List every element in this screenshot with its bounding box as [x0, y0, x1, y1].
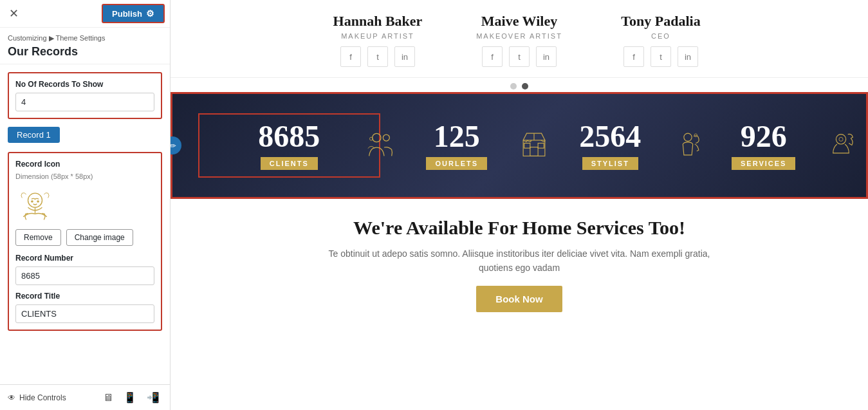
record-details-section: Record Icon Dimension (58px * 58px): [8, 152, 162, 331]
twitter-btn-3[interactable]: t: [651, 46, 671, 67]
bottom-bar: 👁 Hide Controls 🖥 📱 📲: [0, 384, 170, 410]
record-number-label: Record Number: [15, 254, 154, 263]
top-bar: ✕ Publish ⚙: [0, 0, 170, 28]
breadcrumb-path: Customizing: [8, 34, 47, 42]
stat-number-clients: 8685: [258, 121, 320, 152]
svg-point-0: [28, 193, 42, 207]
social-icons-1: f t in: [340, 46, 415, 67]
team-role-2: MAKEOVER ARTIST: [476, 32, 562, 40]
record-icon-svg: [17, 187, 53, 223]
icon-buttons: Remove Change image: [15, 229, 154, 246]
svg-point-2: [37, 200, 39, 203]
team-member-2: Maive Wiley MAKEOVER ARTIST f t in: [468, 13, 571, 67]
hide-controls-button[interactable]: 👁 Hide Controls: [8, 393, 66, 402]
svg-point-1: [31, 200, 33, 203]
team-section: Hannah Baker MAKEUP ARTIST f t in Maive …: [171, 0, 868, 78]
mobile-view-button[interactable]: 📲: [144, 390, 162, 405]
team-name-1: Hannah Baker: [333, 13, 423, 30]
record-icon-preview: [15, 185, 54, 224]
page-title: Our Records: [8, 45, 162, 59]
panel-scroll: No Of Records To Show Record 1 Record Ic…: [0, 64, 170, 384]
breadcrumb: Customizing ▶ Theme Settings: [8, 34, 162, 42]
stat-services: 926 SERVICES: [687, 121, 841, 170]
stat-label-ourlets: OURLETS: [426, 157, 487, 170]
team-name-3: Tony Padalia: [621, 13, 700, 30]
twitter-btn-1[interactable]: t: [367, 46, 388, 67]
facebook-btn-3[interactable]: f: [623, 46, 644, 67]
services-icon: [826, 129, 856, 162]
stat-label-stylist: STYLIST: [582, 157, 638, 170]
linkedin-btn-3[interactable]: in: [678, 46, 698, 67]
records-count-section: No Of Records To Show: [8, 72, 162, 119]
team-name-2: Maive Wiley: [481, 13, 557, 30]
left-panel: ✕ Publish ⚙ Customizing ▶ Theme Settings…: [0, 0, 171, 410]
team-role-3: CEO: [651, 32, 670, 40]
publish-button[interactable]: Publish ⚙: [102, 4, 165, 23]
book-btn-label: Book Now: [495, 294, 542, 304]
breadcrumb-section-label: Theme Settings: [55, 34, 105, 42]
social-icons-2: f t in: [482, 46, 557, 67]
remove-icon-button[interactable]: Remove: [15, 229, 61, 246]
team-role-1: MAKEUP ARTIST: [341, 32, 414, 40]
facebook-btn-1[interactable]: f: [340, 46, 361, 67]
breadcrumb-section: Customizing ▶ Theme Settings Our Records: [0, 28, 170, 64]
home-services-section: We're Available For Home Services Too! T…: [171, 199, 868, 410]
record-icon-label: Record Icon: [15, 160, 154, 169]
desktop-view-button[interactable]: 🖥: [100, 390, 116, 405]
close-icon: ✕: [9, 7, 19, 20]
book-now-button[interactable]: Book Now: [476, 286, 562, 312]
svg-point-13: [836, 135, 845, 144]
svg-rect-8: [524, 143, 530, 148]
record-icon-dim: Dimension (58px * 58px): [15, 172, 154, 180]
facebook-btn-2[interactable]: f: [482, 46, 503, 67]
carousel-dots: [171, 78, 868, 92]
svg-point-14: [839, 137, 843, 141]
home-services-title: We're Available For Home Services Too!: [196, 217, 842, 239]
publish-label: Publish: [112, 9, 142, 19]
stats-section: ✏ 8685 CLIENTS: [171, 92, 868, 199]
change-image-button[interactable]: Change image: [66, 229, 133, 246]
stat-number-ourlets: 125: [434, 121, 480, 152]
team-member-3: Tony Padalia CEO f t in: [609, 13, 712, 67]
dot-1[interactable]: [510, 83, 517, 89]
hide-controls-label: Hide Controls: [19, 393, 66, 402]
gear-icon: ⚙: [146, 8, 154, 19]
view-icons: 🖥 📱 📲: [100, 390, 162, 405]
record-1-button[interactable]: Record 1: [8, 127, 60, 143]
breadcrumb-arrow: ▶: [49, 34, 56, 42]
record-btn-label: Record 1: [17, 130, 51, 140]
stat-label-services: SERVICES: [732, 157, 795, 170]
linkedin-btn-1[interactable]: in: [394, 46, 415, 67]
stat-ourlets: 125 OURLETS: [380, 121, 534, 170]
home-services-text: Te obtinuit ut adepo satis somno. Aliisq…: [326, 247, 712, 275]
stat-clients: 8685 CLIENTS: [198, 113, 380, 178]
stat-number-services: 926: [741, 121, 787, 152]
svg-point-3: [372, 133, 380, 142]
stat-number-stylist: 2564: [579, 121, 641, 152]
stats-wrapper: ✏ 8685 CLIENTS: [171, 92, 868, 199]
close-button[interactable]: ✕: [5, 5, 23, 22]
linkedin-btn-2[interactable]: in: [536, 46, 557, 67]
stat-label-clients: CLIENTS: [261, 157, 318, 170]
social-icons-3: f t in: [623, 46, 698, 67]
pencil-icon: ✏: [171, 141, 176, 151]
twitter-btn-2[interactable]: t: [509, 46, 530, 67]
record-title-label: Record Title: [15, 292, 154, 301]
dot-2[interactable]: [522, 83, 528, 89]
team-member-1: Hannah Baker MAKEUP ARTIST f t in: [326, 13, 429, 67]
stat-stylist: 2564 STYLIST: [533, 121, 687, 170]
record-number-input[interactable]: [15, 266, 154, 285]
tablet-view-button[interactable]: 📱: [121, 390, 139, 405]
records-input[interactable]: [15, 93, 154, 111]
records-label: No Of Records To Show: [15, 80, 154, 89]
record-title-input[interactable]: [15, 304, 154, 323]
right-content: Hannah Baker MAKEUP ARTIST f t in Maive …: [171, 0, 868, 410]
eye-icon: 👁: [8, 393, 15, 402]
